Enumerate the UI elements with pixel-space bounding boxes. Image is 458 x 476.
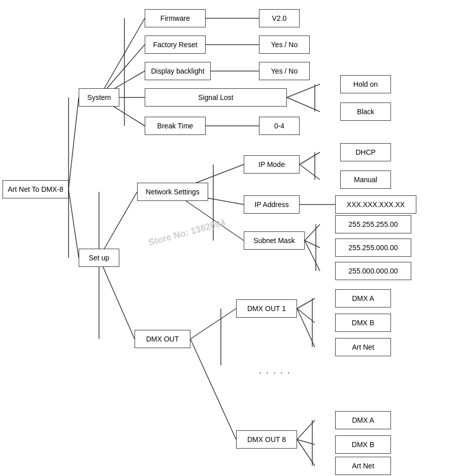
- setup-node: Set up: [79, 249, 119, 267]
- subnet-mask-node: Subnet Mask: [244, 231, 305, 250]
- svg-line-39: [297, 439, 315, 445]
- svg-line-17: [99, 258, 135, 339]
- svg-line-35: [297, 309, 315, 323]
- system-node: System: [79, 88, 119, 107]
- factory-reset-val-node: Yes / No: [259, 36, 310, 54]
- firmware-val-node: V2.0: [259, 9, 300, 27]
- dots-indicator: · · · · ·: [259, 364, 291, 381]
- dmx-a1-node: DMX A: [335, 289, 391, 308]
- svg-line-1: [69, 189, 79, 258]
- svg-line-13: [287, 97, 320, 112]
- watermark: Store No: 1382094: [147, 217, 226, 248]
- svg-line-29: [305, 241, 320, 271]
- subnet2-node: 255.255.000.00: [335, 239, 411, 257]
- svg-line-16: [99, 192, 137, 258]
- firmware-node: Firmware: [145, 9, 206, 27]
- dmx-b1-node: DMX B: [335, 314, 391, 332]
- subnet3-node: 255.000.000.00: [335, 262, 411, 280]
- main-node: Art Net To DMX-8: [3, 180, 69, 198]
- ip-mode-node: IP Mode: [244, 155, 300, 174]
- connector-lines: [0, 0, 458, 476]
- break-time-val-node: 0-4: [259, 117, 300, 135]
- art-net1-node: Art Net: [335, 338, 391, 356]
- hold-on-node: Hold on: [340, 75, 391, 93]
- svg-line-36: [297, 309, 315, 347]
- display-backlight-val-node: Yes / No: [259, 62, 310, 80]
- svg-line-0: [69, 97, 79, 189]
- svg-line-38: [297, 420, 315, 439]
- dmx-out8-node: DMX OUT 8: [236, 430, 297, 449]
- network-settings-node: Network Settings: [137, 183, 208, 201]
- ip-address-node: IP Address: [244, 195, 300, 214]
- dmx-out-node: DMX OUT: [135, 330, 190, 348]
- svg-line-27: [305, 224, 320, 241]
- svg-line-28: [305, 241, 320, 248]
- svg-line-3: [99, 18, 145, 97]
- dhcp-node: DHCP: [340, 143, 391, 161]
- art-net8-node: Art Net: [335, 457, 391, 475]
- diagram: Art Net To DMX-8 System Set up Firmware …: [0, 0, 458, 476]
- svg-line-34: [297, 298, 315, 309]
- black-node: Black: [340, 103, 391, 121]
- signal-lost-node: Signal Lost: [145, 88, 287, 107]
- dmx-b8-node: DMX B: [335, 435, 391, 454]
- dmx-out1-node: DMX OUT 1: [236, 299, 297, 318]
- svg-line-24: [300, 164, 320, 180]
- dmx-a8-node: DMX A: [335, 411, 391, 429]
- subnet1-node: 255.255.255.00: [335, 215, 411, 233]
- display-backlight-node: Display backlight: [145, 62, 211, 80]
- manual-node: Manual: [340, 171, 391, 189]
- ip-address-val-node: XXX.XXX.XXX.XX: [335, 195, 416, 214]
- svg-line-23: [300, 152, 320, 164]
- svg-line-31: [190, 309, 236, 339]
- svg-line-12: [287, 84, 320, 97]
- break-time-node: Break Time: [145, 117, 206, 135]
- factory-reset-node: Factory Reset: [145, 36, 206, 54]
- svg-line-40: [297, 439, 315, 466]
- svg-line-32: [190, 339, 236, 439]
